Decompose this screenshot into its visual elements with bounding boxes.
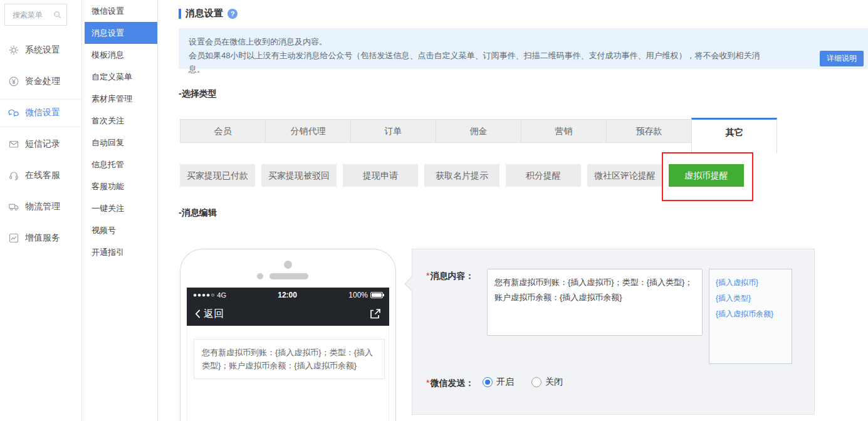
wechat-settings-submenu: 微信设置 消息设置 模板消息 自定义菜单 素材库管理 首次关注 自动回复 信息托… [82,0,158,421]
insert-coin-balance-link[interactable]: {插入虚拟币余额} [716,306,785,322]
phone-sensor-dot [257,273,263,279]
submenu-item-activation-guide[interactable]: 开通指引 [82,241,157,263]
submenu-item-auto-reply[interactable]: 自动回复 [82,132,157,153]
tab-member[interactable]: 会员 [180,119,266,143]
signal-icon: ●●●●○ [193,291,215,298]
detail-instructions-button[interactable]: 详细说明 [820,51,864,66]
tab-prepaid[interactable]: 预存款 [606,119,692,143]
sidebar-item-funds[interactable]: 资金处理 [0,66,82,97]
search-icon [53,10,62,19]
type-button-points-reminder[interactable]: 积分提醒 [506,164,581,187]
main-sidebar: 系统设置 资金处理 微信设置 短信记录 在线客服 物流管理 增值服务 [0,0,82,421]
type-button-virtual-coin-reminder[interactable]: 虚拟币提醒 [669,164,744,187]
envelope-icon [8,138,19,150]
type-button-community-comment-reminder[interactable]: 微社区评论提醒 [587,164,662,187]
submenu-item-template-message[interactable]: 模板消息 [82,44,157,66]
yen-icon [8,76,19,87]
tab-distribution-agent[interactable]: 分销代理 [265,119,351,143]
submenu-item-service-functions[interactable]: 客服功能 [82,175,157,197]
sidebar-item-logistics[interactable]: 物流管理 [0,191,82,222]
radio-option-off[interactable]: 关闭 [531,377,563,388]
sidebar-item-label: 资金处理 [25,76,60,87]
help-icon[interactable]: ? [227,9,238,19]
radio-icon [531,377,541,387]
submenu-item-one-key-follow[interactable]: 一键关注 [82,197,157,219]
sidebar-item-system-settings[interactable]: 系统设置 [0,34,82,66]
insert-type-link[interactable]: {插入类型} [716,291,785,306]
wechat-icon [8,107,19,118]
menu-search [4,4,67,26]
title-accent-bar [179,9,181,19]
network-label: 4G [217,291,226,299]
headset-icon [8,170,19,181]
sidebar-item-label: 在线客服 [25,170,60,181]
submenu-item-video-account[interactable]: 视频号 [82,219,157,241]
phone-status-bar: ●●●●○ 4G 12:00 100% [187,288,389,302]
sidebar-item-label: 系统设置 [25,44,60,56]
type-button-withdraw-paid[interactable]: 买家提现已付款 [180,164,255,187]
phone-preview: ●●●●○ 4G 12:00 100% 返回 您有新虚拟币到账：{插入虚拟币}；… [180,249,396,421]
submenu-item-message-settings[interactable]: 消息设置 [85,22,157,44]
tab-other[interactable]: 其它 [691,118,777,153]
app-window: 系统设置 资金处理 微信设置 短信记录 在线客服 物流管理 增值服务 [0,0,868,421]
type-button-withdraw-rejected[interactable]: 买家提现被驳回 [261,164,337,187]
back-label: 返回 [204,308,224,321]
submenu-item-custom-menu[interactable]: 自定义菜单 [82,66,157,88]
wechat-send-options: 开启 关闭 [483,377,563,388]
message-type-buttons: 买家提现已付款 买家提现被驳回 提现申请 获取名片提示 积分提醒 微社区评论提醒… [180,164,744,187]
notice-line1: 设置会员在微信上收到的消息及内容。 [189,35,774,49]
tab-marketing[interactable]: 营销 [521,119,607,143]
phone-speaker [269,273,308,279]
insert-virtual-coin-link[interactable]: {插入虚拟币} [716,275,785,291]
message-edit-label: -消息编辑 [179,207,217,219]
message-edit-form: *消息内容： {插入虚拟币} {插入类型} {插入虚拟币余额} *微信发送： 开… [412,249,815,415]
phone-nav-bar: 返回 [187,302,389,326]
battery-icon [370,292,383,298]
share-icon[interactable] [369,308,382,320]
sidebar-divider [0,127,82,127]
chart-icon [8,232,19,244]
submenu-item-info-hosting[interactable]: 信息托管 [82,153,157,175]
sidebar-item-label: 微信设置 [25,107,60,118]
radio-option-on[interactable]: 开启 [483,377,514,388]
sidebar-item-label: 短信记录 [25,138,60,150]
tab-commission[interactable]: 佣金 [436,119,521,143]
insert-variable-links: {插入虚拟币} {插入类型} {插入虚拟币余额} [709,269,792,364]
notice-line2: 会员如果48小时以上没有主动发消息给公众号（包括发送信息、点击自定义菜单、订阅事… [189,49,774,76]
radio-icon [483,377,493,387]
preview-message-bubble: 您有新虚拟币到账：{插入虚拟币}；类型：{插入类型}；账户虚拟币余额：{插入虚拟… [194,339,385,379]
sidebar-item-label: 物流管理 [25,201,60,212]
message-content-label: *消息内容： [426,271,474,282]
type-button-get-card-tip[interactable]: 获取名片提示 [424,164,499,187]
tab-order[interactable]: 订单 [350,119,436,143]
message-content-textarea[interactable] [487,269,703,336]
wechat-send-label: *微信发送： [426,378,474,389]
sidebar-item-online-service[interactable]: 在线客服 [0,160,82,191]
notice-banner: 设置会员在微信上收到的消息及内容。 会员如果48小时以上没有主动发消息给公众号（… [179,28,868,69]
select-type-label: -选择类型 [179,88,217,100]
page-title: 消息设置 ? [179,8,238,19]
radio-label: 关闭 [545,377,563,388]
required-asterisk: * [426,378,429,388]
truck-icon [8,201,19,212]
submenu-item-first-follow[interactable]: 首次关注 [82,110,157,132]
status-time: 12:00 [226,291,348,299]
phone-camera-dot [284,261,292,269]
message-type-tabs: 会员 分销代理 订单 佣金 营销 预存款 其它 [180,118,777,153]
type-button-withdraw-apply[interactable]: 提现申请 [343,164,418,187]
main-content: 消息设置 ? 设置会员在微信上收到的消息及内容。 会员如果48小时以上没有主动发… [158,0,868,421]
required-asterisk: * [426,271,429,281]
sidebar-item-label: 增值服务 [25,232,60,244]
battery-percent: 100% [348,291,368,299]
submenu-item-wechat-settings[interactable]: 微信设置 [82,0,157,22]
submenu-item-media-library[interactable]: 素材库管理 [82,88,157,110]
back-button[interactable]: 返回 [194,308,224,321]
radio-label: 开启 [496,377,514,388]
sidebar-item-sms-records[interactable]: 短信记录 [0,128,82,160]
phone-screen: 您有新虚拟币到账：{插入虚拟币}；类型：{插入类型}；账户虚拟币余额：{插入虚拟… [187,326,389,421]
sidebar-item-value-added[interactable]: 增值服务 [0,222,82,254]
chevron-left-icon [194,309,201,319]
gear-icon [8,44,19,56]
sidebar-item-wechat-settings[interactable]: 微信设置 [0,97,82,128]
page-title-text: 消息设置 [186,8,223,19]
